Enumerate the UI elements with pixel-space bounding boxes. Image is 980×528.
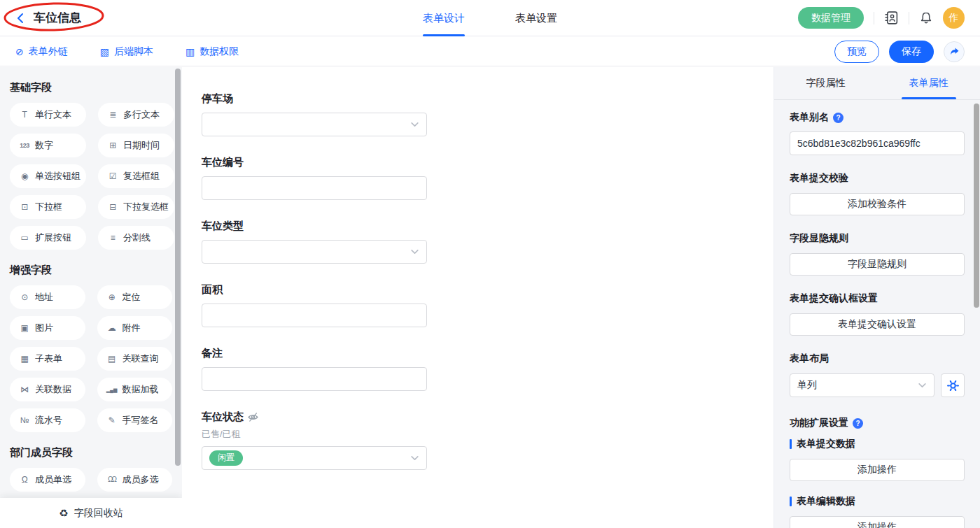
share-button[interactable] [944, 41, 965, 62]
palette-item-image[interactable]: ▣ 图片 [10, 316, 85, 340]
page-title: 车位信息 [34, 10, 81, 26]
layout-settings-button[interactable] [941, 373, 965, 397]
data-permission-label: 数据权限 [200, 45, 239, 58]
palette-item-serial-number[interactable]: № 流水号 [10, 408, 85, 432]
radio-group-icon: ◉ [19, 172, 30, 180]
bell-icon[interactable] [919, 11, 933, 25]
form-layout-select[interactable]: 单列 [790, 373, 934, 397]
help-icon[interactable]: ? [833, 113, 844, 123]
enhanced-fields-grid: ⊙ 地址 ⊕ 定位 ▣ 图片 ☁ 附件 ▦ 子表单 [10, 285, 172, 432]
palette-item-multi-dropdown[interactable]: ⊟ 下拉复选框 [98, 195, 174, 219]
single-line-text-icon: T [19, 110, 30, 119]
tab-form-properties[interactable]: 表单属性 [877, 67, 980, 99]
field-space-number[interactable]: 车位编号 [202, 156, 427, 200]
contact-book-icon[interactable] [884, 10, 899, 25]
space-status-select[interactable]: 闲置 [202, 446, 427, 470]
submit-confirm-button[interactable]: 表单提交确认设置 [790, 313, 965, 336]
form-alias-input[interactable]: 5c6bd81e3c82b961ca969ffc [790, 131, 965, 155]
palette-item-single-line-text[interactable]: T 单行文本 [10, 103, 86, 127]
palette-item-location[interactable]: ⊕ 定位 [97, 285, 173, 309]
field-label: 车位类型 [202, 220, 427, 233]
palette-item-divider-line[interactable]: ≡ 分割线 [98, 226, 174, 250]
data-manage-button[interactable]: 数据管理 [798, 7, 864, 29]
field-parking-lot[interactable]: 停车场 [202, 92, 427, 136]
field-label: 车位状态 [202, 411, 244, 424]
palette-item-subform[interactable]: ▦ 子表单 [10, 347, 85, 371]
field-recycle-bin[interactable]: ♻ 字段回收站 [0, 498, 182, 528]
divider-icon: ≡ [107, 234, 118, 242]
chevron-down-icon [410, 454, 419, 463]
divider [874, 12, 874, 24]
panel-scrollbar[interactable] [974, 104, 979, 308]
number-icon: 123 [19, 143, 30, 149]
layout-value: 单列 [797, 379, 817, 392]
palette-item-address[interactable]: ⊙ 地址 [10, 285, 85, 309]
preview-button[interactable]: 预览 [834, 41, 879, 63]
palette-item-checkbox-group[interactable]: ☑ 复选框组 [98, 164, 174, 188]
data-permission-icon: ▥ [186, 47, 195, 57]
section-title-enhanced-fields: 增强字段 [10, 264, 172, 277]
field-remark[interactable]: 备注 [202, 347, 427, 391]
space-type-select[interactable] [202, 240, 427, 264]
field-space-status[interactable]: 车位状态 已售/已租 闲置 [202, 411, 427, 470]
field-space-type[interactable]: 车位类型 [202, 220, 427, 264]
tab-form-settings[interactable]: 表单设置 [515, 0, 557, 36]
back-button[interactable] [15, 13, 27, 24]
area-input[interactable] [202, 304, 427, 327]
linked-query-icon: ▤ [106, 355, 118, 363]
palette-item-member-multi[interactable]: ΩΩ 成员多选 [97, 468, 173, 492]
backend-script-label: 后端脚本 [114, 45, 153, 58]
space-number-input[interactable] [202, 176, 427, 200]
app-header: 车位信息 表单设计 表单设置 数据管理 [0, 0, 980, 36]
backend-script-button[interactable]: ▧ 后端脚本 [100, 45, 153, 58]
save-button[interactable]: 保存 [889, 41, 934, 63]
address-icon: ⊙ [19, 293, 30, 301]
sidebar-scrollbar[interactable] [175, 69, 181, 466]
palette-item-number[interactable]: 123 数字 [10, 134, 86, 157]
properties-tabs: 字段属性 表单属性 [774, 67, 980, 100]
chevron-down-icon [918, 381, 927, 390]
palette-item-linked-data[interactable]: ⋈ 关联数据 [10, 378, 85, 401]
dropdown-icon: ⊡ [19, 203, 30, 211]
remark-input[interactable] [202, 367, 427, 391]
add-check-condition-button[interactable]: 添加校验条件 [790, 193, 965, 215]
palette-item-data-load[interactable]: ▂▄▆ 数据加载 [97, 378, 173, 401]
external-link-button[interactable]: ⊘ 表单外链 [15, 45, 68, 58]
section-title-basic-fields: 基础字段 [10, 81, 172, 94]
properties-panel: 字段属性 表单属性 表单别名 ? 5c6bd81e3c82b961ca969ff… [774, 67, 980, 528]
subform-icon: ▦ [19, 355, 30, 363]
palette-item-multi-line-text[interactable]: ≣ 多行文本 [98, 103, 174, 127]
member-multi-icon: ΩΩ [106, 476, 118, 483]
backend-script-icon: ▧ [100, 47, 109, 57]
header-tabs: 表单设计 表单设置 [423, 0, 557, 36]
section-title-member-fields: 部门成员字段 [10, 446, 172, 459]
tab-form-design[interactable]: 表单设计 [423, 0, 465, 36]
field-area[interactable]: 面积 [202, 283, 427, 327]
help-icon[interactable]: ? [853, 418, 863, 429]
palette-item-signature[interactable]: ✎ 手写签名 [97, 408, 173, 432]
data-permission-button[interactable]: ▥ 数据权限 [186, 45, 239, 58]
submit-data-label: 表单提交数据 [797, 438, 855, 450]
submit-data-add-button[interactable]: 添加操作 [790, 459, 965, 481]
form-designer-app: 车位信息 表单设计 表单设置 数据管理 [0, 0, 980, 528]
palette-item-datetime[interactable]: ⊞ 日期时间 [98, 134, 174, 157]
form-canvas: 停车场 车位编号 车位类型 面积 [182, 67, 774, 528]
palette-item-extend-button[interactable]: ▭ 扩展按钮 [10, 226, 86, 250]
status-tag: 闲置 [209, 450, 243, 466]
field-label: 车位编号 [202, 156, 427, 169]
visibility-rules-button[interactable]: 字段显隐规则 [790, 253, 965, 276]
palette-item-linked-query[interactable]: ▤ 关联查询 [97, 347, 173, 371]
checkbox-group-icon: ☑ [107, 172, 118, 180]
tab-field-properties[interactable]: 字段属性 [774, 67, 877, 99]
serial-number-icon: № [19, 416, 30, 424]
field-label: 停车场 [202, 92, 427, 106]
avatar[interactable]: 作 [943, 7, 965, 29]
parking-lot-select[interactable] [202, 113, 427, 136]
edit-data-add-button[interactable]: 添加操作 [790, 516, 965, 528]
recycle-icon: ♻ [59, 507, 68, 520]
palette-item-dropdown[interactable]: ⊡ 下拉框 [10, 195, 86, 219]
location-icon: ⊕ [106, 293, 118, 301]
palette-item-member-single[interactable]: Ω 成员单选 [10, 468, 85, 492]
palette-item-radio-group[interactable]: ◉ 单选按钮组 [10, 164, 86, 188]
palette-item-attachment[interactable]: ☁ 附件 [97, 316, 173, 340]
